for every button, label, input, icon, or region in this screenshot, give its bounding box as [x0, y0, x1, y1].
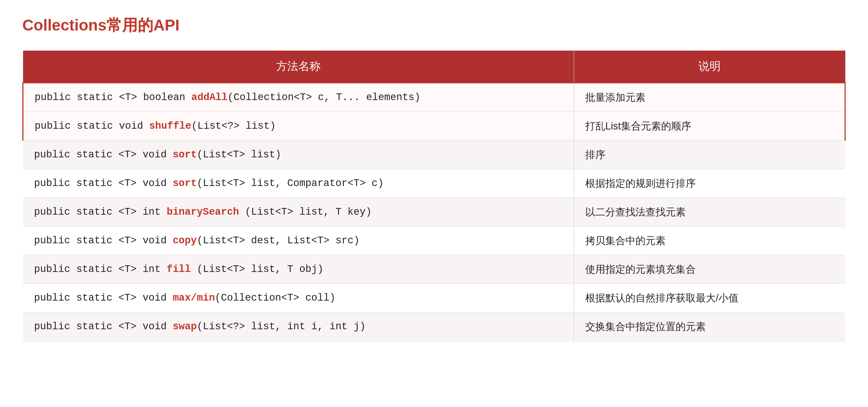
method-pre: public static <T> boolean — [35, 92, 191, 103]
method-post: (List<T> list, Comparator<T> c) — [197, 178, 384, 189]
table-row: public static <T> boolean addAll(Collect… — [23, 83, 845, 112]
page-title: Collections常用的API — [22, 15, 846, 36]
table-row: public static <T> void max/min(Collectio… — [23, 284, 845, 313]
method-post: (List<T> list) — [197, 149, 281, 160]
method-name: copy — [173, 235, 197, 246]
header-desc: 说明 — [574, 51, 845, 83]
desc-cell: 根据默认的自然排序获取最大/小值 — [574, 284, 845, 313]
method-name: max/min — [173, 292, 215, 304]
method-post: (List<T> list, T obj) — [191, 264, 323, 275]
desc-cell: 批量添加元素 — [574, 83, 845, 112]
table-row: public static <T> int binarySearch (List… — [23, 198, 845, 227]
method-pre: public static <T> void — [34, 321, 173, 332]
method-name: addAll — [191, 92, 227, 103]
api-table: 方法名称 说明 public static <T> boolean addAll… — [22, 51, 846, 341]
table-row: public static <T> void copy(List<T> dest… — [23, 227, 845, 255]
method-post: (List<T> list, T key) — [239, 206, 371, 218]
desc-cell: 打乱List集合元素的顺序 — [574, 112, 845, 141]
desc-cell: 交换集合中指定位置的元素 — [574, 313, 845, 341]
desc-cell: 排序 — [574, 141, 845, 169]
method-cell: public static <T> void max/min(Collectio… — [23, 284, 574, 313]
method-name: binarySearch — [167, 206, 239, 218]
desc-cell: 拷贝集合中的元素 — [574, 227, 845, 255]
table-header-row: 方法名称 说明 — [23, 51, 845, 83]
table-row: public static <T> void sort(List<T> list… — [23, 169, 845, 198]
method-cell: public static <T> int fill (List<T> list… — [23, 255, 574, 284]
method-name: shuffle — [149, 121, 191, 132]
method-pre: public static <T> void — [34, 292, 173, 304]
desc-cell: 根据指定的规则进行排序 — [574, 169, 845, 198]
method-cell: public static void shuffle(List<?> list) — [23, 112, 574, 141]
method-name: fill — [167, 264, 191, 275]
method-pre: public static <T> void — [34, 178, 173, 189]
method-name: swap — [173, 321, 197, 332]
table-row: public static <T> int fill (List<T> list… — [23, 255, 845, 284]
method-post: (List<?> list) — [191, 121, 276, 132]
method-pre: public static void — [35, 121, 149, 132]
method-pre: public static <T> int — [34, 206, 167, 218]
method-name: sort — [173, 149, 197, 160]
method-cell: public static <T> void sort(List<T> list… — [23, 141, 574, 169]
table-row: public static <T> void sort(List<T> list… — [23, 141, 845, 169]
method-name: sort — [173, 178, 197, 189]
method-post: (List<?> list, int i, int j) — [197, 321, 366, 332]
method-post: (List<T> dest, List<T> src) — [197, 235, 359, 246]
method-pre: public static <T> void — [34, 149, 173, 160]
method-post: (Collection<T> coll) — [215, 292, 336, 304]
method-pre: public static <T> int — [34, 264, 167, 275]
method-post: (Collection<T> c, T... elements) — [228, 92, 420, 103]
desc-cell: 使用指定的元素填充集合 — [574, 255, 845, 284]
table-row: public static <T> void swap(List<?> list… — [23, 313, 845, 341]
method-cell: public static <T> void swap(List<?> list… — [23, 313, 574, 341]
method-cell: public static <T> void copy(List<T> dest… — [23, 227, 574, 255]
method-cell: public static <T> boolean addAll(Collect… — [23, 83, 574, 112]
table-row: public static void shuffle(List<?> list)… — [23, 112, 845, 141]
header-method: 方法名称 — [23, 51, 574, 83]
method-pre: public static <T> void — [34, 235, 173, 246]
desc-cell: 以二分查找法查找元素 — [574, 198, 845, 227]
method-cell: public static <T> int binarySearch (List… — [23, 198, 574, 227]
method-cell: public static <T> void sort(List<T> list… — [23, 169, 574, 198]
